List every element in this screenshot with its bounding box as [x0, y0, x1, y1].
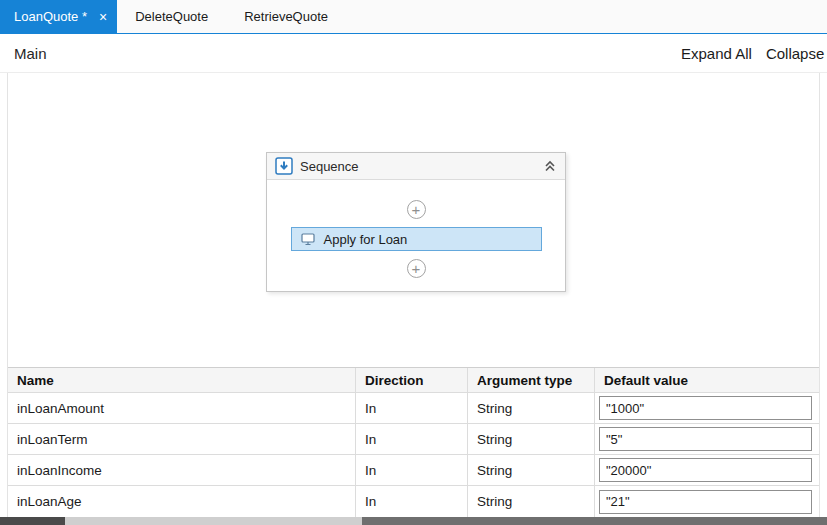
table-row: inLoanTerm In String: [8, 424, 819, 455]
tab-deletequote-label: DeleteQuote: [135, 9, 208, 24]
sequence-activity[interactable]: Sequence + Appl: [266, 152, 566, 292]
add-activity-button-bottom[interactable]: +: [407, 259, 426, 278]
close-icon[interactable]: ×: [99, 10, 107, 24]
argument-type-cell[interactable]: String: [468, 455, 595, 485]
column-header-argument-type[interactable]: Argument type: [468, 368, 595, 392]
collapse-all-link[interactable]: Collapse All: [766, 45, 827, 62]
arguments-header-row: Name Direction Argument type Default val…: [8, 368, 819, 393]
argument-direction-cell[interactable]: In: [356, 393, 468, 423]
breadcrumb-main[interactable]: Main: [14, 34, 47, 72]
workflow-canvas[interactable]: Sequence + Appl: [8, 73, 819, 367]
default-value-input[interactable]: [599, 458, 812, 482]
canvas-tools: Expand All Collapse All: [681, 34, 827, 72]
argument-default-cell: [595, 455, 819, 485]
scrollbar-thumb[interactable]: [65, 517, 362, 525]
activity-label: Apply for Loan: [324, 232, 408, 247]
column-header-default-value[interactable]: Default value: [595, 368, 819, 392]
argument-name-cell[interactable]: inLoanAmount: [8, 393, 356, 423]
argument-default-cell: [595, 486, 819, 517]
monitor-icon: [300, 231, 316, 247]
horizontal-scrollbar[interactable]: [0, 517, 827, 525]
sequence-header[interactable]: Sequence: [267, 153, 565, 180]
column-header-direction[interactable]: Direction: [356, 368, 468, 392]
expand-all-link[interactable]: Expand All: [681, 45, 752, 62]
table-row: inLoanAmount In String: [8, 393, 819, 424]
argument-direction-cell[interactable]: In: [356, 455, 468, 485]
argument-type-cell[interactable]: String: [468, 393, 595, 423]
default-value-input[interactable]: [599, 427, 812, 451]
designer-panel: Sequence + Appl: [7, 73, 820, 517]
sequence-icon: [275, 157, 293, 175]
argument-default-cell: [595, 393, 819, 423]
sequence-body: + Apply for Loan +: [267, 180, 565, 278]
apply-for-loan-activity[interactable]: Apply for Loan: [291, 227, 542, 251]
column-header-name[interactable]: Name: [8, 368, 356, 392]
tab-loanquote-label: LoanQuote *: [14, 9, 87, 24]
tab-deletequote[interactable]: DeleteQuote: [117, 0, 226, 33]
default-value-input[interactable]: [599, 396, 812, 420]
document-tab-bar: LoanQuote * × DeleteQuote RetrieveQuote: [0, 0, 827, 34]
add-activity-button-top[interactable]: +: [407, 200, 426, 219]
tab-retrievequote-label: RetrieveQuote: [244, 9, 328, 24]
default-value-input[interactable]: [599, 490, 812, 514]
sequence-title: Sequence: [300, 159, 536, 174]
breadcrumb-bar: Main Expand All Collapse All: [0, 34, 827, 73]
tab-retrievequote[interactable]: RetrieveQuote: [226, 0, 346, 33]
argument-type-cell[interactable]: String: [468, 486, 595, 517]
table-row: inLoanAge In String: [8, 486, 819, 517]
argument-name-cell[interactable]: inLoanIncome: [8, 455, 356, 485]
table-row: inLoanIncome In String: [8, 455, 819, 486]
argument-default-cell: [595, 424, 819, 454]
argument-direction-cell[interactable]: In: [356, 486, 468, 517]
argument-type-cell[interactable]: String: [468, 424, 595, 454]
argument-name-cell[interactable]: inLoanAge: [8, 486, 356, 517]
collapse-chevron-icon[interactable]: [543, 159, 557, 173]
argument-name-cell[interactable]: inLoanTerm: [8, 424, 356, 454]
tab-loanquote[interactable]: LoanQuote * ×: [0, 0, 117, 33]
arguments-table: Name Direction Argument type Default val…: [8, 367, 819, 518]
scrollbar-corner: [0, 517, 65, 525]
argument-direction-cell[interactable]: In: [356, 424, 468, 454]
